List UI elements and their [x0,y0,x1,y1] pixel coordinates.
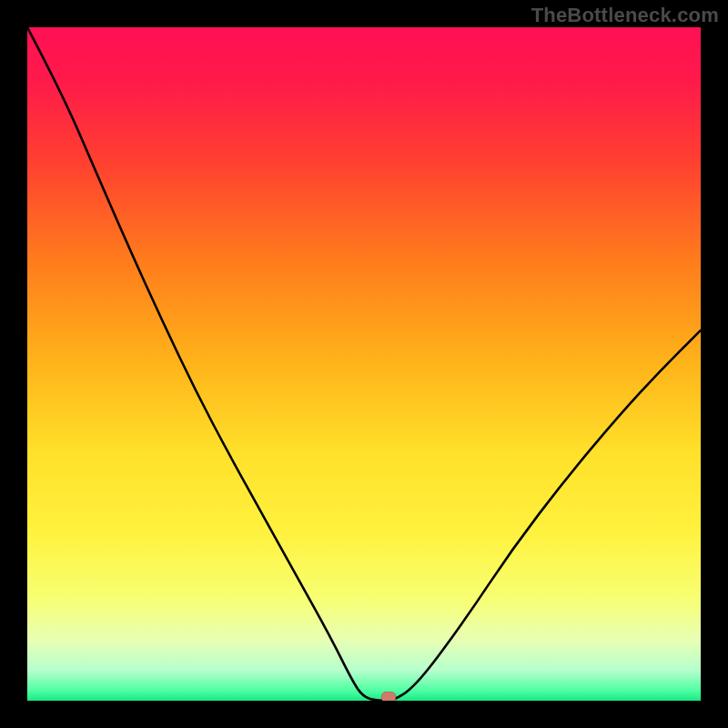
chart-container: TheBottleneck.com [0,0,728,728]
watermark-text: TheBottleneck.com [531,4,719,27]
plot-area [27,27,701,701]
bottleneck-curve [27,27,701,701]
optimum-marker [381,692,396,701]
